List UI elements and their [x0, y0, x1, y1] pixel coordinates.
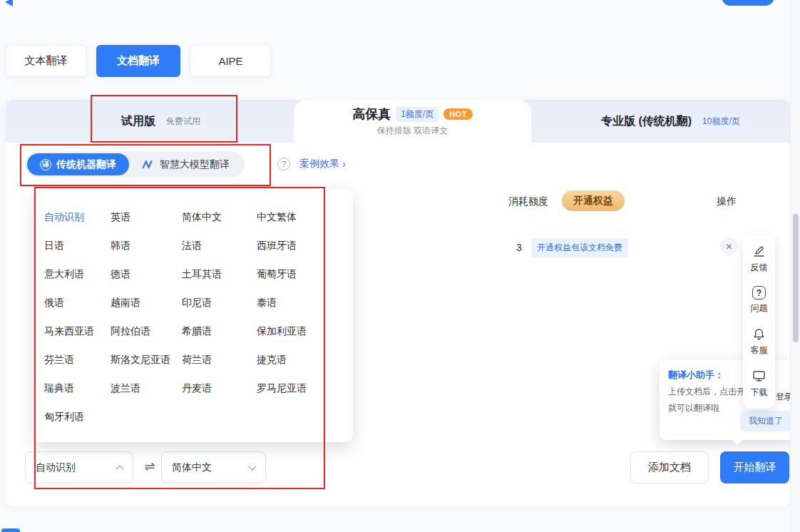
language-option[interactable]: 马来西亚语 [44, 325, 111, 338]
language-option[interactable]: 中文繁体 [257, 211, 356, 224]
language-option[interactable]: 罗马尼亚语 [257, 382, 356, 395]
tool-label-feedback: 反馈 [751, 262, 768, 274]
add-document-button[interactable]: 添加文档 [630, 451, 709, 484]
language-option[interactable]: 日语 [44, 240, 111, 252]
consumed-quota-header: 消耗额度 [508, 195, 548, 208]
download-button[interactable]: 下载 [751, 369, 768, 399]
language-option[interactable]: 芬兰语 [44, 354, 111, 367]
language-option[interactable]: 韩语 [111, 240, 182, 252]
help-icon[interactable]: ? [277, 158, 290, 170]
high-fidelity-header: 高保真 1额度/页 HOT [352, 106, 473, 123]
language-option[interactable]: 保加利亚语 [257, 325, 356, 338]
activate-benefits-button[interactable]: 开通权益 [562, 190, 625, 211]
target-language-select[interactable]: 简体中文 [161, 451, 266, 484]
language-option[interactable]: 阿拉伯语 [111, 325, 182, 338]
question-button[interactable]: ? 问题 [751, 286, 768, 314]
language-option[interactable]: 泰语 [257, 297, 356, 310]
llm-mode-label: 智慧大模型翻译 [160, 158, 230, 171]
hot-badge: HOT [443, 108, 473, 120]
language-dropdown-panel: 自动识别 英语 简体中文 中文繁体 日语 韩语 法语 西班牙语 意大利语 德语 … [34, 189, 353, 442]
language-option[interactable]: 英语 [111, 211, 182, 224]
page-scrollbar-thumb[interactable] [793, 214, 799, 342]
target-language-value: 简体中文 [172, 461, 212, 474]
case-effects-label: 案例效果 [299, 158, 339, 170]
pro-quota-badge: 10额度/页 [697, 114, 745, 129]
translate-icon: 译 [40, 159, 51, 170]
tab-text-translation[interactable]: 文本翻译 [6, 45, 86, 77]
translation-mode-toggle: 译 传统机器翻译 智慧大模型翻译 [25, 151, 245, 178]
tab-aipe[interactable]: AIPE [190, 45, 271, 77]
language-option[interactable]: 西班牙语 [257, 240, 356, 252]
quota-value: 3 [516, 242, 522, 253]
llm-translation-button[interactable]: 智慧大模型翻译 [129, 153, 242, 175]
language-option[interactable]: 德语 [111, 268, 182, 281]
language-option[interactable]: 意大利语 [44, 268, 111, 281]
high-fidelity-label: 高保真 [352, 106, 391, 123]
language-option[interactable]: 越南语 [111, 297, 182, 310]
tool-label-question: 问题 [751, 302, 768, 314]
tab-high-fidelity[interactable]: 高保真 1额度/页 HOT 保持排版 双语译文 [294, 100, 531, 143]
language-option[interactable]: 葡萄牙语 [257, 268, 356, 281]
language-option[interactable]: 斯洛文尼亚语 [111, 354, 182, 367]
monitor-icon [752, 369, 766, 384]
language-option[interactable]: 俄语 [44, 297, 111, 310]
tool-label-service: 客服 [751, 344, 768, 357]
high-fidelity-subtitle: 保持排版 双语译文 [377, 125, 448, 137]
top-right-button-partial[interactable] [722, 0, 774, 6]
traditional-mode-label: 传统机器翻译 [56, 158, 116, 171]
language-option[interactable]: 波兰语 [111, 382, 182, 395]
feedback-button[interactable]: 反馈 [751, 244, 768, 274]
language-option[interactable]: 简体中文 [182, 211, 257, 224]
language-option[interactable]: 土耳其语 [182, 268, 257, 281]
question-icon: ? [752, 286, 766, 300]
plan-tab-bar: 试用版 免费试用 高保真 1额度/页 HOT 保持排版 双语译文 专业版 (传统… [6, 100, 790, 143]
document-translation-card: 试用版 免费试用 高保真 1额度/页 HOT 保持排版 双语译文 专业版 (传统… [6, 100, 790, 506]
language-option[interactable]: 希腊语 [182, 325, 257, 338]
llm-model-icon [142, 159, 155, 170]
side-toolbar: 反馈 ? 问题 客服 下载 [743, 235, 775, 409]
source-language-select[interactable]: 自动识别 [25, 451, 133, 484]
case-effects-link[interactable]: 案例效果 › [299, 158, 346, 170]
quota-per-page-badge: 1额度/页 [396, 107, 439, 122]
tool-label-download: 下载 [751, 387, 768, 399]
language-option[interactable]: 法语 [182, 240, 257, 252]
traditional-machine-translation-button[interactable]: 译 传统机器翻译 [27, 153, 129, 175]
free-trial-badge: 免费试用 [161, 114, 205, 129]
bell-icon [752, 327, 766, 342]
customer-service-button[interactable]: 客服 [751, 327, 768, 357]
pro-label: 专业版 (传统机翻) [601, 114, 692, 129]
free-document-promo-tag[interactable]: 开通权益包该文档免费 [531, 238, 628, 257]
tab-document-translation[interactable]: 文档翻译 [96, 45, 180, 77]
language-option[interactable]: 捷克语 [257, 354, 356, 367]
chevron-down-icon [248, 462, 256, 470]
language-option-auto[interactable]: 自动识别 [44, 211, 111, 224]
chevron-up-icon [116, 465, 123, 473]
tooltip-ok-button[interactable]: 我知道了 [740, 411, 791, 431]
language-option[interactable]: 瑞典语 [44, 382, 111, 395]
doc-translation-page: 文本翻译 文档翻译 AIPE 试用版 免费试用 高保真 1额度/页 HOT 保持… [0, 0, 800, 532]
trial-label: 试用版 [121, 114, 155, 129]
start-translation-button[interactable]: 开始翻译 [720, 451, 789, 484]
chevron-right-icon: › [342, 158, 346, 170]
language-option[interactable]: 印尼语 [182, 297, 257, 310]
page-scrollbar-track[interactable] [790, 0, 800, 532]
back-arrow-partial-icon[interactable] [5, 0, 13, 6]
language-option[interactable]: 荷兰语 [182, 354, 257, 367]
tab-professional-version[interactable]: 专业版 (传统机翻) 10额度/页 [601, 100, 745, 143]
action-column-header: 操作 [717, 195, 737, 208]
edit-icon [752, 244, 766, 259]
bottom-left-button-partial[interactable] [1, 528, 20, 532]
tab-trial-version[interactable]: 试用版 免费试用 [121, 100, 205, 143]
source-language-value: 自动识别 [36, 461, 76, 474]
language-option[interactable]: 丹麦语 [182, 382, 257, 395]
language-option[interactable]: 匈牙利语 [44, 411, 111, 424]
remove-document-button[interactable]: ✕ [720, 237, 738, 255]
swap-languages-icon[interactable]: ⇌ [140, 459, 160, 474]
